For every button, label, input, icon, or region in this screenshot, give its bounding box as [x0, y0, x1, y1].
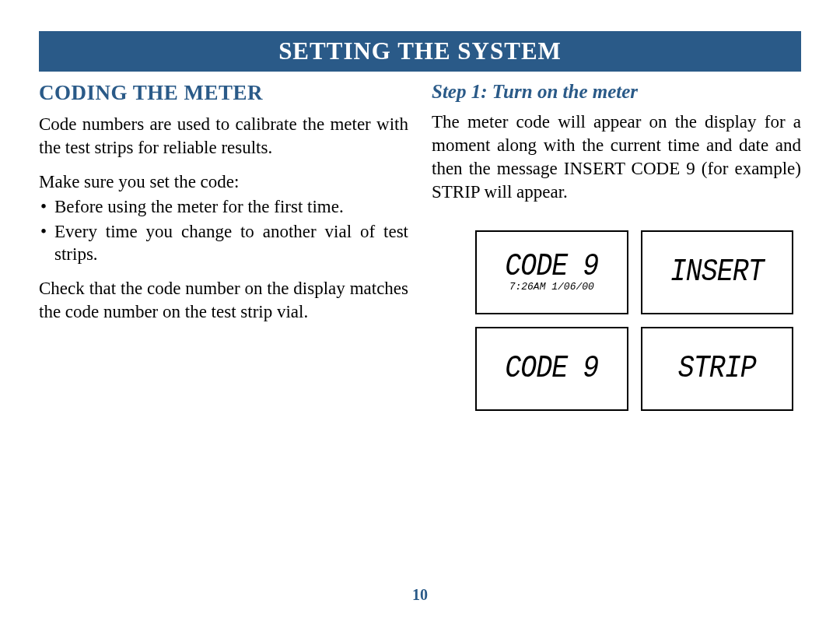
lcd-main-text: CODE 9 — [505, 249, 598, 285]
section-header: SETTING THE SYSTEM — [39, 31, 801, 72]
check-note: Check that the code number on the displa… — [39, 277, 408, 324]
subsection-heading: CODING THE METER — [39, 81, 408, 105]
right-column: Step 1: Turn on the meter The meter code… — [432, 81, 801, 411]
lcd-screen: CODE 9 7:26AM 1/06/00 — [475, 230, 628, 314]
content-wrapper: CODING THE METER Code numbers are used t… — [39, 81, 801, 411]
list-item: Every time you change to another vial of… — [39, 220, 408, 267]
step-body: The meter code will appear on the displa… — [432, 111, 801, 204]
step-heading: Step 1: Turn on the meter — [432, 81, 801, 103]
instruction-lead: Make sure you set the code: — [39, 170, 408, 194]
lcd-screen: STRIP — [641, 327, 794, 411]
intro-paragraph: Code numbers are used to calibrate the m… — [39, 113, 408, 160]
lcd-grid: CODE 9 7:26AM 1/06/00 INSERT CODE 9 STRI… — [432, 215, 801, 411]
page-number: 10 — [412, 586, 428, 604]
lcd-screen: INSERT — [641, 230, 794, 314]
lcd-main-text: STRIP — [678, 351, 756, 387]
lcd-screen: CODE 9 — [475, 327, 628, 411]
list-item: Before using the meter for the first tim… — [39, 195, 408, 219]
lcd-main-text: CODE 9 — [505, 351, 598, 387]
left-column: CODING THE METER Code numbers are used t… — [39, 81, 408, 411]
lcd-main-text: INSERT — [670, 254, 764, 290]
bullet-list: Before using the meter for the first tim… — [39, 195, 408, 267]
